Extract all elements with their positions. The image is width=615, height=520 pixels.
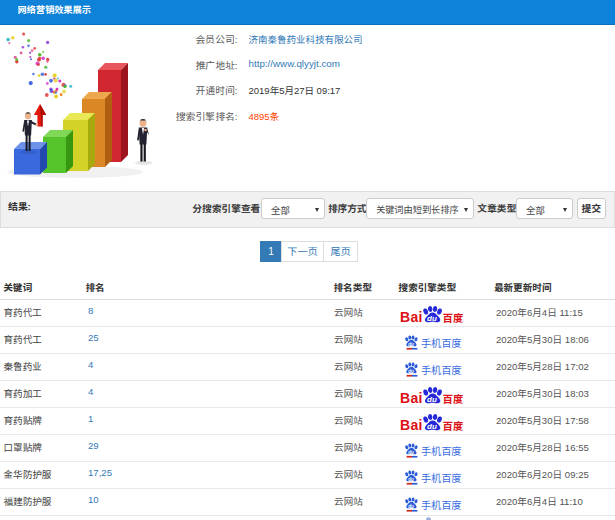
svg-text:du: du <box>408 449 414 454</box>
svg-text:du: du <box>427 422 437 431</box>
svg-text:百度: 百度 <box>443 310 464 325</box>
svg-text:手机百度: 手机百度 <box>421 335 462 350</box>
svg-text:du: du <box>408 368 414 373</box>
svg-text:手机百度: 手机百度 <box>421 443 462 458</box>
svg-text:du: du <box>408 341 414 346</box>
svg-text:手机百度: 手机百度 <box>421 470 462 485</box>
svg-text:百度: 百度 <box>443 391 464 406</box>
svg-text:du: du <box>408 476 414 481</box>
svg-text:du: du <box>427 395 437 404</box>
svg-text:手机百度: 手机百度 <box>421 497 462 512</box>
svg-text:手机百度: 手机百度 <box>421 362 462 377</box>
svg-text:Bai: Bai <box>400 417 423 433</box>
svg-text:百度: 百度 <box>443 418 464 433</box>
svg-text:du: du <box>427 314 437 323</box>
svg-text:Bai: Bai <box>400 309 423 325</box>
svg-text:du: du <box>408 503 414 508</box>
svg-text:Bai: Bai <box>400 390 423 406</box>
